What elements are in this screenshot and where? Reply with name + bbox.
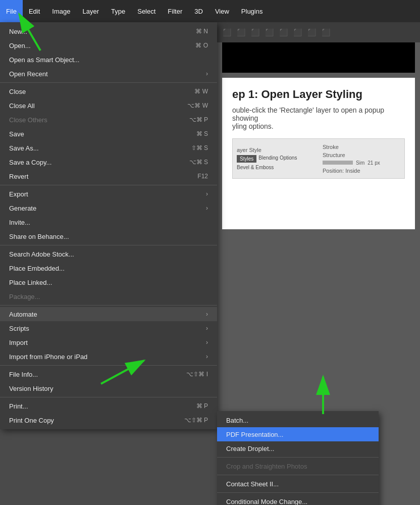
menu-separator-4 bbox=[0, 82, 217, 83]
automate-item-contact-sheet-ii---[interactable]: Contact Sheet II... bbox=[217, 477, 379, 491]
align-top-icon: ⬛ bbox=[278, 27, 289, 38]
file-menu-item-share-on-behance---[interactable]: Share on Behance... bbox=[0, 229, 217, 243]
automate-item-label: PDF Presentation... bbox=[226, 431, 283, 438]
menubar-edit[interactable]: Edit bbox=[23, 0, 46, 22]
file-menu-item-search-adobe-stock---[interactable]: Search Adobe Stock... bbox=[0, 247, 217, 261]
menu-item-label: Import from iPhone or iPad bbox=[9, 353, 87, 361]
type-label: Type bbox=[111, 8, 125, 15]
position-label: Position: Inside bbox=[323, 168, 400, 174]
menu-item-label: Generate bbox=[9, 205, 36, 212]
file-menu-item-export[interactable]: Export› bbox=[0, 187, 217, 201]
menu-separator-27 bbox=[0, 365, 217, 366]
file-menu-item-print-one-copy[interactable]: Print One Copy⌥⇧⌘ P bbox=[0, 413, 217, 427]
file-menu-item-close-others: Close Others⌥⌘ P bbox=[0, 113, 217, 127]
menu-item-shortcut: ⌘ N bbox=[196, 28, 208, 35]
menu-item-shortcut: ⌥⇧⌘ P bbox=[184, 417, 208, 424]
submenu-arrow-icon: › bbox=[206, 190, 208, 197]
more-icon: ⬛ bbox=[320, 27, 331, 38]
menu-item-shortcut: ⌥⇧⌘ I bbox=[186, 371, 208, 378]
file-menu-item-new---[interactable]: New...⌘ N bbox=[0, 24, 217, 38]
file-menu-item-print---[interactable]: Print...⌘ P bbox=[0, 399, 217, 413]
file-menu-item-save-as---[interactable]: Save As...⇧⌘ S bbox=[0, 141, 217, 155]
file-menu-item-open---[interactable]: Open...⌘ O bbox=[0, 38, 217, 53]
menu-item-label: File Info... bbox=[9, 371, 38, 378]
menu-item-label: Invite... bbox=[9, 219, 30, 226]
file-menu-item-close[interactable]: Close⌘ W bbox=[0, 84, 217, 98]
menu-item-shortcut: F12 bbox=[197, 173, 208, 180]
menu-item-label: Save bbox=[9, 130, 24, 138]
menu-item-label: Version History bbox=[9, 385, 53, 392]
menubar-file[interactable]: File bbox=[0, 0, 23, 22]
menu-separator-12 bbox=[0, 185, 217, 185]
file-menu-item-generate[interactable]: Generate› bbox=[0, 201, 217, 215]
menu-item-shortcut: ⌥⌘ W bbox=[187, 102, 208, 109]
submenu-arrow-icon: › bbox=[206, 339, 208, 346]
automate-separator-3 bbox=[217, 457, 379, 458]
menu-item-shortcut: ⌘ P bbox=[196, 402, 208, 410]
toolbar-strip: ⬛ ⬛ ⬛ ⬛ ⬛ ⬛ ⬛ ⬛ bbox=[217, 22, 420, 42]
automate-separator-5 bbox=[217, 475, 379, 475]
menu-item-label: Export bbox=[9, 190, 28, 198]
submenu-arrow-icon: › bbox=[206, 70, 208, 77]
automate-item-crop-and-straighten-photos: Crop and Straighten Photos bbox=[217, 459, 379, 473]
layer-style-label: ayer Style bbox=[237, 147, 318, 153]
file-menu-item-scripts[interactable]: Scripts› bbox=[0, 321, 217, 335]
file-menu-item-import-from-iphone-or-ipad[interactable]: Import from iPhone or iPad› bbox=[0, 349, 217, 364]
menu-item-label: Import bbox=[9, 339, 28, 346]
file-menu-item-place-linked---[interactable]: Place Linked... bbox=[0, 275, 217, 289]
automate-item-label: Create Droplet... bbox=[226, 445, 274, 452]
menubar-image[interactable]: Image bbox=[46, 0, 76, 22]
file-menu-item-save-a-copy---[interactable]: Save a Copy...⌥⌘ S bbox=[0, 155, 217, 169]
file-menu: New...⌘ NOpen...⌘ OOpen as Smart Object.… bbox=[0, 22, 217, 429]
select-label: Select bbox=[137, 8, 155, 15]
menu-item-label: Place Linked... bbox=[9, 279, 52, 286]
file-menu-item-version-history[interactable]: Version History bbox=[0, 381, 217, 395]
menubar-layer[interactable]: Layer bbox=[77, 0, 106, 22]
menu-item-label: Print One Copy bbox=[9, 417, 54, 424]
tutorial-content: ep 1: Open Layer Styling ouble-click the… bbox=[222, 78, 415, 229]
menu-item-label: Save a Copy... bbox=[9, 159, 51, 166]
submenu-arrow-icon: › bbox=[206, 353, 208, 360]
file-menu-item-automate[interactable]: Automate› bbox=[0, 307, 217, 321]
menu-item-label: Save As... bbox=[9, 144, 39, 152]
file-menu-item-import[interactable]: Import› bbox=[0, 335, 217, 349]
menubar-3d[interactable]: 3D bbox=[188, 0, 209, 22]
file-menu-item-file-info---[interactable]: File Info...⌥⇧⌘ I bbox=[0, 367, 217, 381]
file-menu-item-invite---[interactable]: Invite... bbox=[0, 215, 217, 229]
menu-separator-30 bbox=[0, 397, 217, 397]
menubar-view[interactable]: View bbox=[209, 0, 235, 22]
automate-item-pdf-presentation---[interactable]: PDF Presentation... bbox=[217, 427, 379, 441]
align-left-icon: ⬛ bbox=[221, 27, 232, 38]
menu-item-shortcut: ⌘ W bbox=[194, 88, 208, 95]
menu-item-shortcut: ⌘ O bbox=[195, 42, 208, 49]
submenu-arrow-icon: › bbox=[206, 325, 208, 332]
menu-item-label: Place Embedded... bbox=[9, 265, 65, 272]
menu-item-label: Package... bbox=[9, 293, 40, 300]
image-label: Image bbox=[52, 8, 70, 15]
file-menu-item-close-all[interactable]: Close All⌥⌘ W bbox=[0, 98, 217, 113]
sim-label: Sim bbox=[356, 160, 364, 166]
menu-item-label: Share on Behance... bbox=[9, 233, 69, 240]
automate-item-conditional-mode-change---[interactable]: Conditional Mode Change... bbox=[217, 494, 379, 505]
file-menu-item-package---: Package... bbox=[0, 289, 217, 304]
menu-item-label: Revert bbox=[9, 173, 28, 180]
automate-item-label: Crop and Straighten Photos bbox=[226, 463, 307, 470]
menu-item-shortcut: ⌥⌘ P bbox=[189, 116, 208, 123]
menubar: File Edit Image Layer Type Select Filter… bbox=[0, 0, 420, 22]
layer-style-preview: ayer Style Styles Blending Options Bevel… bbox=[232, 138, 405, 179]
file-menu-item-save[interactable]: Save⌘ S bbox=[0, 127, 217, 141]
menubar-plugins[interactable]: Plugins bbox=[235, 0, 269, 22]
file-menu-item-open-as-smart-object---[interactable]: Open as Smart Object... bbox=[0, 53, 217, 67]
automate-item-create-droplet---[interactable]: Create Droplet... bbox=[217, 441, 379, 456]
menubar-select[interactable]: Select bbox=[131, 0, 162, 22]
menubar-type[interactable]: Type bbox=[105, 0, 131, 22]
file-menu-item-revert[interactable]: RevertF12 bbox=[0, 169, 217, 183]
view-label: View bbox=[215, 8, 229, 15]
automate-item-label: Batch... bbox=[226, 417, 248, 424]
file-menu-item-open-recent[interactable]: Open Recent› bbox=[0, 67, 217, 81]
menu-item-label: Close bbox=[9, 88, 26, 95]
automate-item-batch---[interactable]: Batch... bbox=[217, 413, 379, 427]
menu-item-label: Scripts bbox=[9, 325, 29, 332]
menubar-filter[interactable]: Filter bbox=[162, 0, 188, 22]
file-menu-item-place-embedded---[interactable]: Place Embedded... bbox=[0, 261, 217, 275]
